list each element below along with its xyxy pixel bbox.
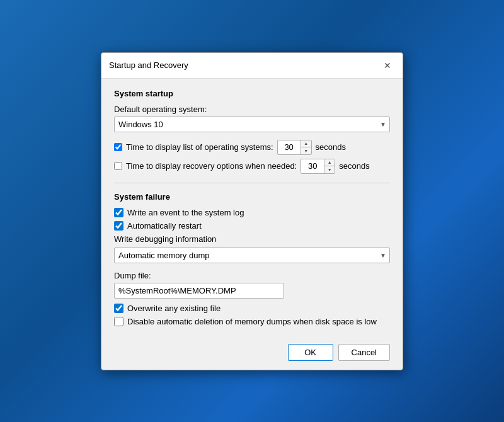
write-debug-section: Write debugging information Automatic me… xyxy=(114,234,390,326)
recovery-options-label: Time to display recovery options when ne… xyxy=(126,161,297,171)
auto-restart-checkbox[interactable] xyxy=(114,221,123,231)
overwrite-label: Overwrite any existing file xyxy=(127,304,220,313)
display-list-input[interactable] xyxy=(278,141,301,153)
dump-file-input[interactable] xyxy=(114,283,284,299)
overwrite-row: Overwrite any existing file xyxy=(114,304,390,313)
write-event-label: Write an event to the system log xyxy=(127,208,244,217)
auto-restart-row: Automatically restart xyxy=(114,221,390,231)
display-list-spin-up[interactable]: ▲ xyxy=(301,140,311,147)
recovery-spin-up[interactable]: ▲ xyxy=(324,159,335,166)
default-os-select[interactable]: Windows 10 xyxy=(114,117,390,132)
dialog-title: Startup and Recovery xyxy=(109,60,188,70)
display-list-spin-down[interactable]: ▼ xyxy=(301,147,311,154)
section-divider xyxy=(114,183,390,183)
display-list-spinner-buttons: ▲ ▼ xyxy=(301,140,311,154)
recovery-options-row: Time to display recovery options when ne… xyxy=(114,159,390,174)
disable-auto-delete-checkbox[interactable] xyxy=(114,317,123,326)
display-list-spinner: ▲ ▼ xyxy=(277,140,312,155)
cancel-button[interactable]: Cancel xyxy=(338,344,390,361)
startup-recovery-dialog: Startup and Recovery ✕ System startup De… xyxy=(101,52,403,370)
disable-auto-delete-row: Disable automatic deletion of memory dum… xyxy=(114,317,390,326)
recovery-spinner: ▲ ▼ xyxy=(301,159,335,174)
recovery-spinner-buttons: ▲ ▼ xyxy=(324,159,335,173)
disable-auto-delete-label: Disable automatic deletion of memory dum… xyxy=(127,317,377,326)
default-os-label: Default operating system: xyxy=(114,105,390,114)
ok-button[interactable]: OK xyxy=(288,344,333,361)
recovery-options-checkbox[interactable] xyxy=(114,162,122,170)
display-list-row: Time to display list of operating system… xyxy=(114,140,390,155)
overwrite-checkbox[interactable] xyxy=(114,304,123,313)
auto-restart-label: Automatically restart xyxy=(127,221,202,231)
dump-file-label: Dump file: xyxy=(114,271,390,280)
recovery-unit: seconds xyxy=(339,161,369,171)
write-event-checkbox[interactable] xyxy=(114,208,123,217)
dialog-body: System startup Default operating system:… xyxy=(101,79,403,338)
write-debug-label: Write debugging information xyxy=(114,234,390,244)
default-os-dropdown-wrapper: Windows 10 ▼ xyxy=(114,117,390,132)
system-failure-title: System failure xyxy=(114,192,390,202)
write-event-row: Write an event to the system log xyxy=(114,208,390,217)
recovery-spin-down[interactable]: ▼ xyxy=(324,166,335,173)
title-bar: Startup and Recovery ✕ xyxy=(101,53,403,79)
debug-type-select[interactable]: Automatic memory dump Complete memory du… xyxy=(114,248,390,263)
display-list-checkbox[interactable] xyxy=(114,143,122,151)
recovery-input[interactable] xyxy=(301,160,324,172)
system-startup-title: System startup xyxy=(114,89,390,98)
close-icon: ✕ xyxy=(384,60,391,71)
display-list-label: Time to display list of operating system… xyxy=(126,142,273,152)
debug-dropdown-wrapper: Automatic memory dump Complete memory du… xyxy=(114,248,390,263)
close-button[interactable]: ✕ xyxy=(380,58,395,73)
display-list-unit: seconds xyxy=(316,142,346,152)
dialog-footer: OK Cancel xyxy=(101,338,403,370)
